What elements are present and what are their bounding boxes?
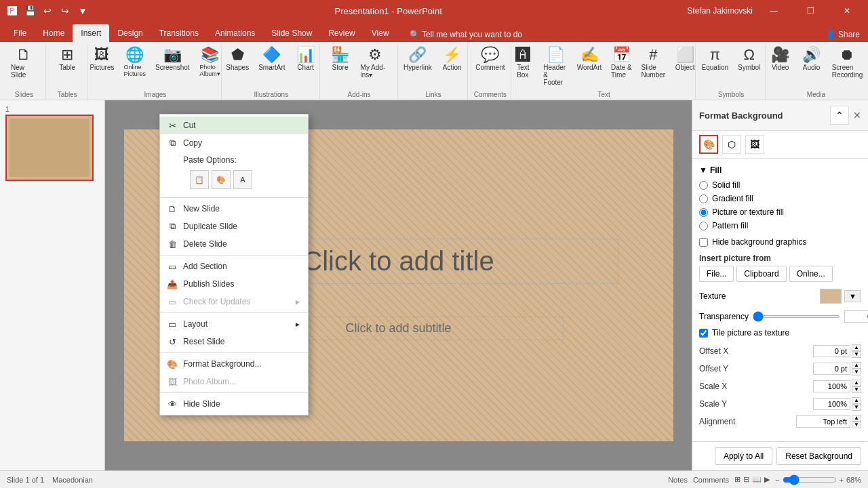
new-slide-button[interactable]: 🗋 New Slide — [7, 45, 41, 81]
reading-view-button[interactable]: 📖 — [752, 475, 762, 484]
panel-close-button[interactable]: ✕ — [853, 110, 861, 121]
tell-me-box[interactable]: 🔍 Tell me what you want to do — [404, 27, 528, 42]
ctx-hide-slide[interactable]: 👁 Hide Slide — [160, 395, 308, 413]
ctx-duplicate-slide[interactable]: ⧉ Duplicate Slide — [160, 218, 308, 235]
pattern-fill-option[interactable]: Pattern fill — [699, 221, 861, 230]
minimize-button[interactable]: — — [758, 0, 789, 22]
offset-y-input[interactable] — [813, 363, 850, 375]
zoom-out-button[interactable]: − — [775, 476, 779, 484]
restore-button[interactable]: ❐ — [795, 0, 826, 22]
ctx-format-background[interactable]: 🎨 Format Background... — [160, 355, 308, 373]
alignment-down[interactable]: ▼ — [852, 422, 861, 428]
transparency-value[interactable] — [844, 310, 868, 323]
slideshow-view-button[interactable]: ▶ — [764, 475, 770, 484]
solid-fill-option[interactable]: Solid fill — [699, 180, 861, 190]
tab-file[interactable]: File — [5, 24, 35, 42]
ctx-cut[interactable]: ✂ Cut — [160, 117, 308, 134]
smartart-button[interactable]: 🔷 SmartArt — [254, 45, 289, 74]
slide-number-button[interactable]: # SlideNumber — [637, 45, 669, 81]
header-footer-button[interactable]: 📄 Header& Footer — [539, 45, 572, 89]
alignment-up[interactable]: ▲ — [852, 415, 861, 422]
zoom-in-button[interactable]: + — [840, 476, 844, 484]
undo-icon[interactable]: ↩ — [41, 4, 54, 18]
table-button[interactable]: ⊞ Table — [52, 45, 82, 74]
tab-view[interactable]: View — [363, 24, 397, 42]
offset-y-down[interactable]: ▼ — [852, 369, 861, 375]
photo-album-button[interactable]: 📚 PhotoAlbum▾ — [195, 45, 225, 80]
ctx-copy[interactable]: ⧉ Copy — [160, 134, 308, 152]
wordart-button[interactable]: ✍ WordArt — [574, 45, 606, 74]
scale-x-input[interactable] — [813, 380, 850, 392]
fill-section-header[interactable]: ▼ Fill — [699, 165, 861, 175]
scale-y-up[interactable]: ▲ — [852, 397, 861, 404]
equation-button[interactable]: π Equation — [698, 45, 732, 74]
ctx-reset-slide[interactable]: ↺ Reset Slide — [160, 333, 308, 350]
offset-y-up[interactable]: ▲ — [852, 362, 861, 369]
scale-y-down[interactable]: ▼ — [852, 404, 861, 411]
tab-review[interactable]: Review — [320, 24, 363, 42]
zoom-slider[interactable] — [783, 474, 837, 485]
tile-checkbox-input[interactable] — [699, 329, 708, 338]
tab-design[interactable]: Design — [109, 24, 151, 42]
picture-fill-radio[interactable] — [699, 208, 708, 217]
online-button[interactable]: Onlne... — [789, 266, 833, 282]
redo-icon[interactable]: ↪ — [58, 4, 72, 18]
pattern-fill-radio[interactable] — [699, 222, 708, 230]
symbol-button[interactable]: Ω Symbol — [734, 45, 764, 74]
hide-graphics-option[interactable]: Hide background graphics — [699, 237, 861, 247]
texture-select-button[interactable]: ▼ — [844, 290, 861, 302]
comment-button[interactable]: 💬 Comment — [471, 45, 509, 74]
ctx-delete-slide[interactable]: 🗑 Delete Slide — [160, 235, 308, 253]
shapes-button[interactable]: ⬟ Shapes — [222, 45, 253, 74]
scale-x-up[interactable]: ▲ — [852, 380, 861, 386]
tab-slideshow[interactable]: Slide Show — [263, 24, 320, 42]
solid-fill-radio[interactable] — [699, 181, 708, 190]
slide-sorter-button[interactable]: ⊟ — [743, 475, 749, 484]
close-button[interactable]: ✕ — [831, 0, 863, 22]
zoom-level[interactable]: 68% — [846, 476, 861, 484]
fill-tab-button[interactable]: 🎨 — [699, 135, 718, 154]
clipboard-button[interactable]: Clipboard — [736, 266, 786, 282]
hyperlink-button[interactable]: 🔗 Hyperlink — [399, 45, 436, 74]
ctx-layout[interactable]: ▭ Layout ► — [160, 315, 308, 333]
pictures-button[interactable]: 🖼 Pictures — [85, 45, 118, 74]
screen-recording-button[interactable]: ⏺ ScreenRecording — [828, 45, 867, 81]
gradient-fill-option[interactable]: Gradient fill — [699, 194, 861, 203]
tab-transitions[interactable]: Transitions — [151, 24, 207, 42]
alignment-input[interactable] — [796, 415, 850, 428]
language-indicator[interactable]: Macedonian — [52, 476, 93, 484]
paste-match-dest-btn[interactable]: 🎨 — [212, 170, 231, 189]
notes-button[interactable]: Notes — [668, 476, 688, 484]
paste-keep-source-btn[interactable]: 📋 — [190, 170, 209, 189]
normal-view-button[interactable]: ⊞ — [734, 475, 741, 484]
tab-home[interactable]: Home — [35, 24, 73, 42]
action-button[interactable]: ⚡ Action — [437, 45, 467, 74]
comments-button[interactable]: Comments — [693, 476, 729, 484]
scale-y-input[interactable] — [813, 398, 850, 410]
object-button[interactable]: ⬜ Object — [670, 45, 700, 74]
share-button[interactable]: 👤 Share — [818, 27, 868, 42]
gradient-fill-radio[interactable] — [699, 195, 708, 203]
tile-checkbox[interactable]: Tile picture as texture — [699, 328, 861, 338]
my-addins-button[interactable]: ⚙ My Add-ins▾ — [357, 45, 393, 81]
slide-1-thumbnail[interactable]: 1 — [5, 106, 99, 181]
transparency-slider[interactable] — [753, 315, 840, 318]
screenshot-button[interactable]: 📷 Screenshot — [151, 45, 194, 74]
online-pictures-button[interactable]: 🌐 OnlinePictures — [120, 45, 151, 80]
ctx-publish-slides[interactable]: 📤 Publish Slides — [160, 275, 308, 293]
apply-all-button[interactable]: Apply to All — [715, 447, 772, 465]
offset-x-input[interactable] — [813, 345, 850, 357]
ctx-add-section[interactable]: ▭ Add Section — [160, 258, 308, 275]
chart-button[interactable]: 📊 Chart — [291, 45, 321, 74]
textbox-button[interactable]: 🅰 TextBox — [508, 45, 538, 81]
customize-icon[interactable]: ▼ — [76, 4, 90, 18]
hide-graphics-checkbox[interactable] — [699, 238, 708, 247]
offset-x-down[interactable]: ▼ — [852, 351, 861, 358]
file-button[interactable]: File... — [699, 266, 734, 282]
picture-fill-option[interactable]: Picture or texture fill — [699, 207, 861, 217]
picture-tab-button[interactable]: 🖼 — [745, 135, 764, 154]
tab-animations[interactable]: Animations — [207, 24, 263, 42]
paste-text-only-btn[interactable]: A — [233, 170, 252, 189]
scale-x-down[interactable]: ▼ — [852, 386, 861, 393]
offset-x-up[interactable]: ▲ — [852, 344, 861, 351]
